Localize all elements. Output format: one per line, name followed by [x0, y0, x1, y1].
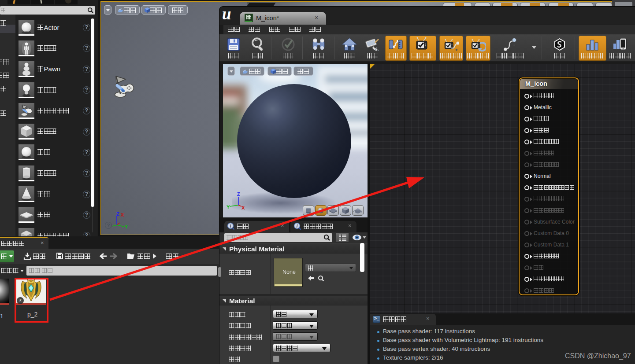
- svg-text:Z: Z: [237, 191, 240, 197]
- svg-text:Y: Y: [125, 224, 128, 229]
- svg-text:X: X: [241, 205, 245, 210]
- svg-text:X: X: [121, 212, 124, 217]
- svg-text:Y: Y: [227, 204, 230, 210]
- svg-text:Z: Z: [116, 211, 119, 217]
